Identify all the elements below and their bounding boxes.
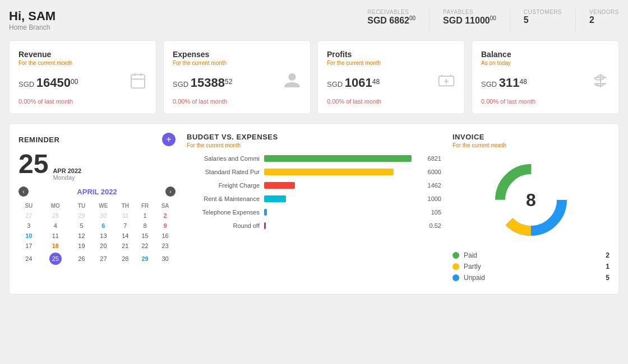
calendar-week-row: 3456789 <box>19 221 176 231</box>
budget-row-label: Telephone Expenses <box>187 209 260 216</box>
payables-value: SGD 1100000 <box>443 15 496 26</box>
calendar-day-header: TH <box>116 201 135 211</box>
calendar-day-cell[interactable]: 29 <box>135 251 155 267</box>
expenses-title: Expenses <box>173 50 301 59</box>
balance-card[interactable]: Balance As on today SGD 31148 0.00% of l… <box>472 40 619 114</box>
calendar-day-cell[interactable]: 8 <box>135 221 155 231</box>
calendar-day-cell[interactable]: 31 <box>116 211 135 221</box>
budget-row: Standard Rated Pur6000 <box>187 169 441 175</box>
date-weekday: Monday <box>53 174 81 181</box>
vendors-label: VENDORS <box>589 9 619 15</box>
calendar-day-cell[interactable]: 2 <box>155 211 176 221</box>
calendar-day-cell[interactable]: 20 <box>91 241 116 251</box>
profits-icon <box>437 72 455 94</box>
budget-row-value: 6821 <box>416 155 441 162</box>
invoice-title: INVOICE <box>452 133 609 141</box>
legend-count: 1 <box>606 263 609 270</box>
profits-subtitle: For the current month <box>327 60 455 66</box>
calendar-day-cell[interactable]: 27 <box>19 211 39 221</box>
calendar-prev-button[interactable]: ‹ <box>19 186 29 197</box>
budget-row-label: Freight Charge <box>187 182 260 189</box>
calendar-day-cell[interactable]: 16 <box>155 231 176 241</box>
date-day: 25 <box>19 151 48 178</box>
budget-row-value: 105 <box>416 209 441 216</box>
calendar-month-year: APRIL 2022 <box>77 188 117 196</box>
main-panel: REMINDER + 25 APR 2022 Monday ‹ APRIL 20… <box>9 123 619 295</box>
budget-row: Telephone Expenses105 <box>187 209 441 216</box>
budget-row: Round off0.52 <box>187 222 441 229</box>
calendar-day-cell[interactable]: 19 <box>72 241 91 251</box>
budget-rows: Salaries and Commi6821Standard Rated Pur… <box>187 155 441 229</box>
calendar-day-cell[interactable]: 11 <box>39 231 72 241</box>
calendar-day-cell[interactable]: 5 <box>72 221 91 231</box>
calendar-day-header: MO <box>39 201 72 211</box>
calendar-day-cell[interactable]: 26 <box>72 251 91 267</box>
legend-label: Partly <box>464 263 481 270</box>
customers-stat[interactable]: CUSTOMERS 5 <box>524 9 562 25</box>
profits-title: Profits <box>327 50 455 59</box>
calendar-day-cell[interactable]: 25 <box>39 251 72 267</box>
budget-bar-container <box>264 169 412 175</box>
legend-left: Partly <box>452 263 481 270</box>
calendar-day-cell[interactable]: 21 <box>116 241 135 251</box>
budget-row-value: 1000 <box>416 195 441 202</box>
legend-dot <box>452 252 459 259</box>
expenses-icon <box>283 72 301 94</box>
budget-bar <box>264 169 394 175</box>
calendar-week-row: 17181920212223 <box>19 241 176 251</box>
date-info: APR 2022 Monday <box>53 167 81 181</box>
vendors-stat[interactable]: VENDORS 2 <box>589 9 619 25</box>
calendar-day-header: WE <box>91 201 116 211</box>
calendar-day-cell[interactable]: 15 <box>135 231 155 241</box>
receivables-label: RECEIVABLES <box>367 9 415 15</box>
calendar-day-header: SA <box>155 201 176 211</box>
calendar-week-row: 24252627282930 <box>19 251 176 267</box>
calendar-day-cell[interactable]: 30 <box>91 211 116 221</box>
calendar-day-cell[interactable]: 17 <box>19 241 39 251</box>
branch-text: Home Branch <box>9 24 56 31</box>
budget-bar <box>264 209 267 216</box>
expenses-card[interactable]: Expenses For the current month SGD 15388… <box>163 40 311 114</box>
calendar-day-cell[interactable]: 3 <box>19 221 39 231</box>
legend-item: Paid2 <box>452 251 609 259</box>
budget-section: BUDGET VS. EXPENSES For the current mont… <box>187 133 441 285</box>
calendar-day-cell[interactable]: 14 <box>116 231 135 241</box>
calendar-day-cell[interactable]: 29 <box>72 211 91 221</box>
add-reminder-button[interactable]: + <box>162 133 176 146</box>
budget-bar <box>264 155 412 162</box>
calendar-day-cell[interactable]: 28 <box>39 211 72 221</box>
vendors-value: 2 <box>589 15 619 25</box>
calendar-day-cell[interactable]: 4 <box>39 221 72 231</box>
legend-item: Unpaid5 <box>452 274 609 282</box>
budget-row-label: Rent & Maintenance <box>187 195 260 202</box>
legend-dot <box>452 274 459 281</box>
calendar-day-cell[interactable]: 7 <box>116 221 135 231</box>
profits-card[interactable]: Profits For the current month SGD 106148… <box>317 40 465 114</box>
donut-wrapper: 8 <box>486 155 576 245</box>
calendar-day-cell[interactable]: 6 <box>91 221 116 231</box>
calendar-grid: SUMOTUWETHFRSA 2728293031123456789101112… <box>19 201 176 267</box>
revenue-card[interactable]: Revenue For the current month SGD 164500… <box>9 40 156 114</box>
calendar-day-cell[interactable]: 24 <box>19 251 39 267</box>
budget-bar-container <box>264 222 412 229</box>
calendar-day-cell[interactable]: 12 <box>72 231 91 241</box>
receivables-stat[interactable]: RECEIVABLES SGD 686200 <box>367 9 415 26</box>
calendar-day-cell[interactable]: 13 <box>91 231 116 241</box>
calendar-day-cell[interactable]: 27 <box>91 251 116 267</box>
calendar-day-cell[interactable]: 22 <box>135 241 155 251</box>
calendar-day-cell[interactable]: 9 <box>155 221 176 231</box>
calendar-day-cell[interactable]: 28 <box>116 251 135 267</box>
payables-label: PAYABLES <box>443 9 496 15</box>
calendar-day-header: SU <box>19 201 39 211</box>
calendar-day-cell[interactable]: 1 <box>135 211 155 221</box>
calendar-next-button[interactable]: › <box>165 186 176 197</box>
calendar-day-cell[interactable]: 18 <box>39 241 72 251</box>
calendar-day-cell[interactable]: 10 <box>19 231 39 241</box>
calendar-day-cell[interactable]: 30 <box>155 251 176 267</box>
balance-subtitle: As on today <box>481 60 609 66</box>
profits-amount: SGD 106148 <box>327 76 380 90</box>
date-month-year: APR 2022 <box>53 167 81 174</box>
calendar-day-cell[interactable]: 23 <box>155 241 176 251</box>
budget-bar-container <box>264 209 412 216</box>
payables-stat[interactable]: PAYABLES SGD 1100000 <box>443 9 496 26</box>
